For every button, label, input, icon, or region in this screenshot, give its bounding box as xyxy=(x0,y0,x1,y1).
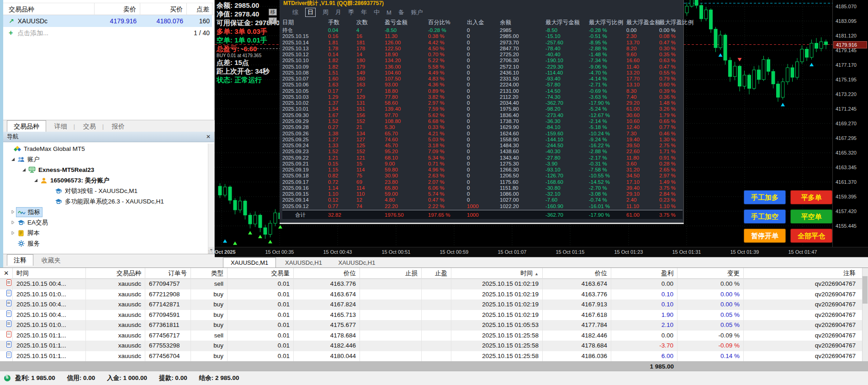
price-axis[interactable]: 4185.0704183.0954181.1204179.1454177.170… xyxy=(832,0,868,247)
orders-column-时间[interactable]: 时间 xyxy=(13,268,86,279)
tab-trading[interactable]: 交易 xyxy=(77,121,102,132)
order-cell: 0.01 xyxy=(228,310,294,321)
nav-item-ea-follow[interactable]: 多功能跟单系统26.3 - XAUUSDc,H1 xyxy=(3,196,208,207)
orders-scrollbar[interactable] xyxy=(862,268,868,361)
orders-column-变更[interactable]: 变更 xyxy=(677,268,744,279)
stats-cell: 104.60 xyxy=(385,70,428,76)
trade-button-暂停开单[interactable]: 暂停开单 xyxy=(744,229,786,243)
connection-status-icon xyxy=(4,375,11,381)
close-panel-icon[interactable]: ✕ xyxy=(4,270,9,277)
orders-column-价位[interactable]: 价位 xyxy=(543,268,611,279)
time-axis[interactable]: 15 Oct 202515 Oct 00:3515 Oct 00:4315 Oc… xyxy=(215,247,868,257)
order-cell: 677361811 xyxy=(145,320,191,331)
order-row-677212908[interactable]: 2025.10.15 01:0...xauusdc677212908buy0.0… xyxy=(0,289,868,300)
orders-column-交易品种[interactable]: 交易品种 xyxy=(86,268,145,279)
candle xyxy=(767,59,770,71)
order-row-677456717[interactable]: 2025.10.15 01:1...xauusdc677456717sell0.… xyxy=(0,331,868,341)
add-symbol-row[interactable]: +点击添加... 1 / 40 xyxy=(3,27,212,39)
trade-button-手工加空[interactable]: 手工加空 xyxy=(744,209,786,224)
stats-tab-日[interactable]: 日 xyxy=(305,8,316,17)
order-cell: buy xyxy=(191,310,228,321)
stats-cell: 2025.10.14 xyxy=(282,40,328,46)
orders-column-icon[interactable]: ✕ xyxy=(0,268,13,279)
order-row-677361811[interactable]: 2025.10.15 01:0...xauusdc677361811buy0.0… xyxy=(0,320,868,331)
candle xyxy=(714,29,717,48)
tab-favorites[interactable]: 收藏夹 xyxy=(35,255,67,266)
trade-button-平空单[interactable]: 平空单 xyxy=(790,209,832,224)
status-bar: 盈利: 1 985.00 信用: 0.00 入金: 1 000.00 提款: 0… xyxy=(0,371,868,385)
stats-cell: 17.70 xyxy=(626,76,659,82)
orders-column-止损[interactable]: 止损 xyxy=(360,268,422,279)
stats-tab-中[interactable]: 中 xyxy=(374,8,380,16)
nav-item-accounts[interactable]: 账户 xyxy=(3,154,208,165)
close-icon[interactable]: ✕ xyxy=(206,132,211,142)
tab-symbols[interactable]: 交易品种 xyxy=(7,120,46,132)
orders-column-订单号[interactable]: 订单号 xyxy=(145,268,191,279)
trade-button-手工加多[interactable]: 手工加多 xyxy=(744,190,786,204)
tree-expanded-icon[interactable] xyxy=(21,168,27,172)
ea-move-button[interactable]: 移 xyxy=(269,9,277,16)
tree-collapsed-icon[interactable] xyxy=(10,210,16,214)
trade-button-平多单[interactable]: 平多单 xyxy=(790,190,832,204)
ea-confirm-button[interactable]: √ xyxy=(269,17,277,24)
tree-expanded-icon[interactable] xyxy=(32,178,39,182)
orders-column-止盈[interactable]: 止盈 xyxy=(422,268,451,279)
orders-column-时间[interactable]: 时间 ▲ xyxy=(451,268,543,279)
column-symbol[interactable]: 交易品种 xyxy=(3,3,95,15)
chart-tab-h1[interactable]: XAUUSDc,H1 xyxy=(278,258,329,268)
navigator-scrollbar[interactable]: ▼ xyxy=(208,144,214,254)
tab-ticks[interactable]: 报价 xyxy=(106,121,131,132)
stats-cell: 0 xyxy=(467,33,500,39)
stats-cell: 5.62 % xyxy=(428,112,467,118)
stats-tab-综[interactable]: 综 xyxy=(292,8,298,16)
stats-cell: -74.30 xyxy=(545,94,589,100)
order-row-677456704[interactable]: 2025.10.15 01:1...xauusdc677456704buy0.0… xyxy=(0,351,868,362)
chart-tab-h1-2[interactable]: XAUUSDc,H1 xyxy=(331,258,383,268)
nav-item-services[interactable]: 服务 xyxy=(3,238,208,249)
trade-button-全部平仓[interactable]: 全部平仓 xyxy=(790,229,832,243)
symbol-row-xauusdc[interactable]: ↗XAUUSDc 4179.916 4180.076 160 xyxy=(3,15,212,27)
tree-collapsed-icon[interactable] xyxy=(10,231,16,235)
stats-cell: 0.46 % xyxy=(659,131,685,137)
order-row-677553298[interactable]: 2025.10.15 01:1...xauusdc677553298buy0.0… xyxy=(0,341,868,351)
nav-item-trademax[interactable]: TradeMax Global MT5 xyxy=(3,144,208,154)
order-row-677094591[interactable]: 2025.10.15 00:4...xauusdc677094591buy0.0… xyxy=(0,310,868,321)
nav-item-indicators[interactable]: 指标 xyxy=(3,207,208,217)
tab-details[interactable]: 详细 xyxy=(48,121,74,132)
column-bid[interactable]: 卖价 xyxy=(95,3,140,15)
tab-comments[interactable]: 注释 xyxy=(7,254,33,266)
orders-column-交易量[interactable]: 交易量 xyxy=(228,268,294,279)
orders-column-注释[interactable]: 注释 xyxy=(744,268,868,279)
chart-tab-m1[interactable]: XAUUSDc,M1 xyxy=(223,257,276,267)
stats-tab-季[interactable]: 季 xyxy=(348,8,354,16)
order-row-677094757[interactable]: 2025.10.15 00:4...xauusdc677094757sell0.… xyxy=(0,279,868,289)
candle xyxy=(269,223,272,234)
order-row-677142871[interactable]: 2025.10.15 00:4...xauusdc677142871buy0.0… xyxy=(0,299,868,310)
stats-cell: -362.70 xyxy=(545,100,589,106)
nav-item-account-number[interactable]: 165096573: 美分账户 xyxy=(3,175,208,186)
stats-tab-备[interactable]: 备 xyxy=(398,8,404,16)
stats-tab-月[interactable]: 月 xyxy=(335,8,341,16)
nav-item-experts[interactable]: EA交易 xyxy=(3,217,208,228)
column-spread[interactable]: 点差 xyxy=(187,3,212,15)
stats-tab-年[interactable]: 年 xyxy=(361,8,367,16)
stats-tab-账户[interactable]: 账户 xyxy=(411,8,423,16)
nav-item-ea-hedge[interactable]: 对锁3按钮 - XAUUSDc,M1 xyxy=(3,186,208,196)
stats-tab-周[interactable]: 周 xyxy=(323,8,328,16)
time-tick: 15 Oct 00:59 xyxy=(440,249,469,255)
orders-column-盈利[interactable]: 盈利 xyxy=(611,268,677,279)
stats-tab-M[interactable]: M xyxy=(386,9,392,16)
tree-collapsed-icon[interactable] xyxy=(10,220,16,225)
tree-expanded-icon[interactable] xyxy=(10,157,16,161)
stats-cell: 2025.10.10 xyxy=(282,58,328,64)
nav-item-scripts[interactable]: 脚本 xyxy=(3,228,208,238)
order-cell: 0.00 % xyxy=(677,289,744,300)
order-cell: 677142871 xyxy=(145,299,191,310)
column-ask[interactable]: 买价 xyxy=(140,3,187,15)
orders-column-价位[interactable]: 价位 xyxy=(294,268,360,279)
candle xyxy=(752,70,756,89)
orders-column-类型[interactable]: 类型 xyxy=(191,268,228,279)
scrollbar-thumb[interactable] xyxy=(863,276,868,304)
nav-item-server[interactable]: Exness-MT5Real23 xyxy=(3,165,208,175)
order-cell: 2025.10.15 01:0... xyxy=(13,289,86,300)
